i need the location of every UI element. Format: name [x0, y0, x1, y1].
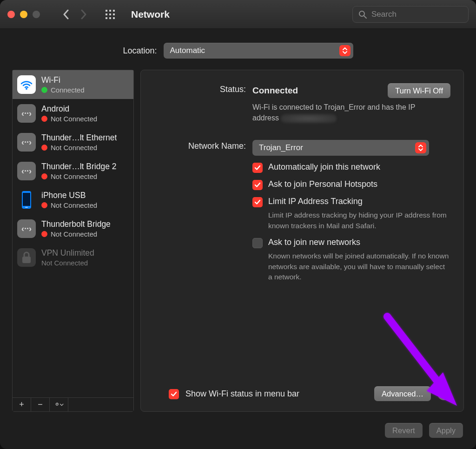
svg-rect-16 [23, 193, 30, 206]
zoom-button[interactable] [33, 11, 40, 18]
option-row: Automatically join this network [252, 162, 450, 173]
location-dropdown[interactable]: Automatic [164, 43, 353, 59]
footer-row: Revert Apply [0, 416, 476, 449]
ethernet-icon: ‹··› [17, 219, 36, 238]
help-button[interactable]: ? [437, 387, 450, 400]
search-field[interactable]: Search [352, 6, 469, 23]
network-preferences-window: Network Search Location: Automatic Wi-Fi… [0, 0, 476, 449]
search-placeholder: Search [371, 10, 397, 19]
updown-arrows-icon [415, 142, 426, 153]
sidebar-item-label: Thunder…lt Ethernet [41, 133, 117, 143]
option-label: Ask to join Personal Hotspots [268, 179, 377, 189]
option-label: Automatically join this network [268, 162, 380, 172]
status-dot-icon [41, 173, 47, 179]
sidebar-item-label: Thunder…lt Bridge 2 [41, 162, 116, 172]
svg-rect-7 [109, 17, 111, 19]
checkbox[interactable] [252, 163, 263, 173]
titlebar: Network Search [0, 0, 476, 29]
location-row: Location: Automatic [0, 43, 476, 59]
option-description: Limit IP address tracking by hiding your… [268, 210, 450, 231]
sidebar-item-status: Not Connected [41, 115, 97, 123]
revert-button[interactable]: Revert [385, 423, 423, 438]
status-message: Wi-Fi is connected to Trojan_Error and h… [252, 102, 438, 123]
svg-rect-0 [106, 10, 107, 12]
content-area: Wi-FiConnected‹··›AndroidNot Connected‹·… [0, 59, 476, 416]
option-label: Ask to join new networks [268, 238, 450, 247]
iphone-icon [17, 191, 36, 209]
sidebar-item-vpn-unlimited[interactable]: VPN UnlimitedNot Connected [13, 243, 133, 272]
location-value: Automatic [170, 46, 205, 55]
apply-button[interactable]: Apply [429, 423, 463, 438]
svg-point-21 [57, 403, 57, 404]
svg-rect-17 [25, 207, 28, 208]
svg-text:‹··›: ‹··› [21, 224, 32, 233]
svg-rect-19 [22, 257, 31, 263]
svg-rect-6 [106, 17, 107, 19]
sidebar-item-wi-fi[interactable]: Wi-FiConnected [13, 70, 133, 99]
sidebar-item-thunder-lt-bridge-2[interactable]: ‹··›Thunder…lt Bridge 2Not Connected [13, 157, 133, 185]
traffic-lights [7, 11, 40, 18]
network-name-dropdown[interactable]: Trojan_Error [252, 140, 429, 156]
network-name-row: Network Name: Trojan_Error Automatically… [154, 140, 450, 282]
sidebar-item-label: Thunderbolt Bridge [41, 219, 111, 229]
remove-service-button[interactable]: − [31, 398, 50, 411]
svg-line-10 [364, 16, 366, 18]
svg-rect-3 [106, 13, 107, 15]
show-all-icon[interactable] [105, 9, 115, 20]
close-button[interactable] [7, 11, 15, 18]
sidebar-item-status: Not Connected [41, 230, 111, 238]
wifi-toggle-button[interactable]: Turn Wi-Fi Off [388, 83, 450, 98]
checkbox[interactable] [252, 197, 263, 207]
menubar-checkbox[interactable] [169, 389, 179, 399]
forward-button[interactable] [80, 11, 87, 18]
svg-rect-2 [113, 10, 115, 12]
sidebar-item-status: Not Connected [41, 172, 116, 180]
search-icon [358, 10, 367, 19]
sidebar-item-iphone-usb[interactable]: iPhone USBNot Connected [13, 185, 133, 214]
svg-text:‹··›: ‹··› [21, 166, 32, 176]
svg-text:‹··›: ‹··› [21, 138, 32, 147]
sidebar-item-label: Wi-Fi [41, 75, 85, 85]
status-dot-icon [41, 116, 47, 122]
add-service-button[interactable]: + [13, 398, 31, 411]
sidebar-item-thunder-lt-ethernet[interactable]: ‹··›Thunder…lt EthernetNot Connected [13, 128, 133, 157]
sidebar-item-label: VPN Unlimited [41, 248, 94, 258]
back-button[interactable] [62, 11, 70, 18]
status-label: Status: [154, 83, 252, 94]
sidebar-item-android[interactable]: ‹··›AndroidNot Connected [13, 99, 133, 128]
lock-icon [17, 248, 36, 267]
nav-buttons [62, 11, 87, 18]
status-dot-icon [41, 202, 47, 208]
ethernet-icon: ‹··› [17, 162, 36, 180]
svg-rect-8 [113, 17, 115, 19]
wifi-icon [17, 75, 36, 94]
checkbox[interactable] [252, 180, 263, 190]
service-actions-button[interactable] [50, 398, 68, 411]
svg-rect-5 [113, 13, 115, 15]
minimize-button[interactable] [20, 11, 27, 18]
network-name-value: Trojan_Error [259, 143, 303, 152]
detail-bottom-row: Show Wi-Fi status in menu bar Advanced… … [154, 386, 450, 401]
detail-panel: Status: Connected Turn Wi-Fi Off Wi-Fi i… [140, 70, 464, 412]
sidebar-item-status: Connected [41, 86, 85, 94]
ethernet-icon: ‹··› [17, 133, 36, 152]
annotation-arrow [378, 307, 471, 419]
advanced-button[interactable]: Advanced… [374, 386, 431, 401]
status-dot-icon [41, 145, 47, 151]
status-row: Status: Connected Turn Wi-Fi Off Wi-Fi i… [154, 83, 450, 123]
status-dot-icon [41, 231, 47, 237]
checkbox[interactable] [252, 238, 263, 248]
option-label: Limit IP Address Tracking [268, 197, 450, 206]
sidebar-item-status: Not Connected [41, 259, 94, 267]
option-row: Ask to join new networksKnown networks w… [252, 238, 450, 282]
svg-line-22 [387, 317, 443, 389]
sidebar-item-label: Android [41, 104, 97, 114]
option-row: Limit IP Address TrackingLimit IP addres… [252, 197, 450, 231]
sidebar-item-thunderbolt-bridge[interactable]: ‹··›Thunderbolt BridgeNot Connected [13, 214, 133, 243]
window-title: Network [131, 9, 170, 20]
service-sidebar: Wi-FiConnected‹··›AndroidNot Connected‹·… [12, 70, 134, 412]
svg-rect-1 [109, 10, 111, 12]
sidebar-item-status: Not Connected [41, 144, 117, 152]
sidebar-item-label: iPhone USB [41, 191, 97, 200]
status-dot-icon [41, 87, 47, 93]
